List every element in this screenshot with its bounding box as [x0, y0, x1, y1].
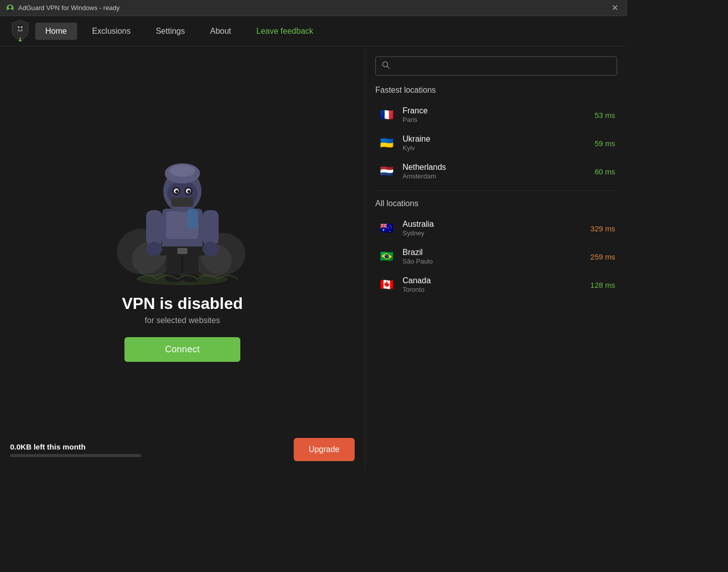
location-name-france: France	[403, 106, 587, 115]
location-info-ukraine: Ukraine Kyiv	[403, 135, 587, 152]
location-city-netherlands: Amsterdam	[403, 172, 587, 180]
location-france[interactable]: 🇫🇷 France Paris 53 ms	[375, 101, 617, 129]
flag-canada: 🇨🇦	[377, 276, 395, 294]
location-info-france: France Paris	[403, 106, 587, 123]
main-content: VPN is disabled for selected websites Co…	[0, 46, 627, 471]
location-australia[interactable]: 🇦🇺 Australia Sydney 329 ms	[375, 214, 617, 242]
location-city-brazil: São Paulo	[403, 258, 583, 265]
close-button[interactable]: ✕	[609, 2, 621, 14]
flag-netherlands: 🇳🇱	[377, 162, 395, 180]
location-city-france: Paris	[403, 116, 587, 123]
location-netherlands[interactable]: 🇳🇱 Netherlands Amsterdam 60 ms	[375, 157, 617, 185]
search-box[interactable]	[375, 56, 617, 76]
bottom-bar: 0.0KB left this month Upgrade	[10, 433, 355, 461]
location-info-brazil: Brazil São Paulo	[403, 248, 583, 265]
titlebar-left: AdGuard VPN for Windows - ready	[6, 4, 120, 12]
location-name-canada: Canada	[403, 276, 583, 285]
logo-icon	[10, 19, 30, 41]
location-ms-france: 53 ms	[594, 111, 615, 119]
flag-australia: 🇦🇺	[377, 219, 395, 237]
location-brazil[interactable]: 🇧🇷 Brazil São Paulo 259 ms	[375, 242, 617, 271]
svg-rect-18	[177, 248, 187, 254]
adguard-icon	[6, 4, 14, 12]
connect-button[interactable]: Connect	[124, 337, 240, 362]
location-name-netherlands: Netherlands	[403, 163, 587, 172]
titlebar-title: AdGuard VPN for Windows - ready	[18, 4, 120, 12]
location-name-australia: Australia	[403, 220, 583, 229]
location-city-ukraine: Kyiv	[403, 144, 587, 152]
app-logo	[10, 19, 30, 43]
svg-rect-32	[203, 210, 219, 245]
location-info-netherlands: Netherlands Amsterdam	[403, 163, 587, 180]
search-input[interactable]	[394, 62, 611, 71]
location-city-australia: Sydney	[403, 229, 583, 237]
location-ms-ukraine: 59 ms	[594, 139, 615, 148]
flag-brazil: 🇧🇷	[377, 247, 395, 266]
location-ms-australia: 329 ms	[590, 224, 615, 233]
nav-home[interactable]: Home	[35, 23, 77, 40]
svg-rect-8	[18, 30, 23, 32]
svg-point-33	[203, 242, 219, 256]
location-name-brazil: Brazil	[403, 248, 583, 257]
location-name-ukraine: Ukraine	[403, 135, 587, 144]
svg-point-31	[146, 242, 162, 256]
all-locations-label: All locations	[375, 199, 617, 208]
vpn-status-subtitle: for selected websites	[122, 316, 243, 325]
location-city-canada: Toronto	[403, 286, 583, 293]
data-progress-bar	[10, 454, 141, 457]
left-panel: VPN is disabled for selected websites Co…	[0, 46, 365, 471]
nav-about[interactable]: About	[200, 23, 241, 40]
nav-settings[interactable]: Settings	[146, 23, 195, 40]
search-icon	[382, 61, 390, 71]
location-ms-netherlands: 60 ms	[594, 167, 615, 176]
data-left-label: 0.0KB left this month	[10, 442, 141, 451]
location-ukraine[interactable]: 🇺🇦 Ukraine Kyiv 59 ms	[375, 129, 617, 157]
vpn-status: VPN is disabled for selected websites	[122, 294, 243, 325]
location-info-canada: Canada Toronto	[403, 276, 583, 293]
svg-point-7	[21, 27, 22, 28]
right-panel[interactable]: Fastest locations 🇫🇷 France Paris 53 ms …	[365, 46, 627, 471]
location-ms-canada: 128 ms	[590, 281, 615, 289]
upgrade-button[interactable]: Upgrade	[294, 438, 355, 461]
location-ms-brazil: 259 ms	[590, 252, 615, 261]
svg-rect-38	[187, 209, 197, 229]
svg-point-26	[187, 190, 190, 193]
svg-point-29	[170, 165, 195, 177]
svg-rect-27	[171, 198, 193, 207]
svg-point-1	[9, 6, 12, 9]
nav-feedback[interactable]: Leave feedback	[246, 23, 323, 40]
titlebar: AdGuard VPN for Windows - ready ✕	[0, 0, 627, 16]
svg-line-40	[387, 67, 389, 69]
character-svg	[112, 131, 253, 287]
svg-point-6	[18, 27, 19, 28]
data-left-section: 0.0KB left this month	[10, 442, 141, 457]
nav-exclusions[interactable]: Exclusions	[82, 23, 141, 40]
fastest-locations-label: Fastest locations	[375, 86, 617, 95]
section-divider	[375, 190, 617, 191]
location-info-australia: Australia Sydney	[403, 220, 583, 237]
svg-point-25	[175, 190, 178, 193]
navbar: Home Exclusions Settings About Leave fee…	[0, 16, 627, 46]
vpn-status-title: VPN is disabled	[122, 294, 243, 313]
svg-rect-30	[146, 210, 162, 245]
location-canada[interactable]: 🇨🇦 Canada Toronto 128 ms	[375, 271, 617, 299]
vpn-character	[107, 128, 258, 289]
flag-ukraine: 🇺🇦	[377, 134, 395, 152]
svg-point-2	[8, 9, 13, 12]
flag-france: 🇫🇷	[377, 106, 395, 124]
